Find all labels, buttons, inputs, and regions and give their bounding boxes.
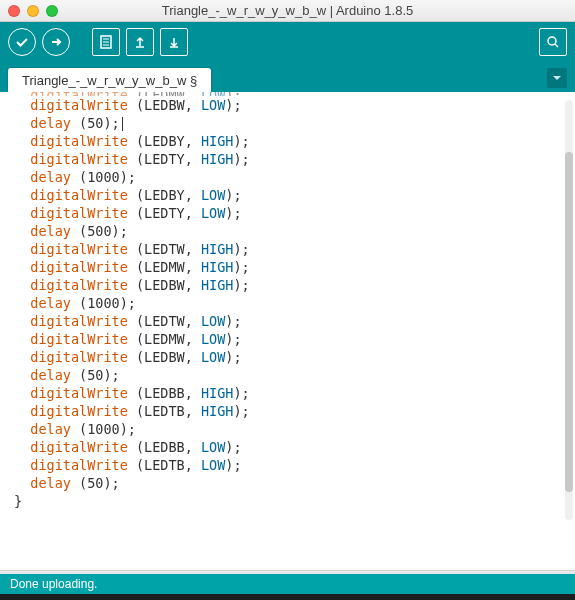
code-line: delay (1000); [14, 420, 565, 438]
code-line: digitalWrite (LEDMW, LOW); [14, 92, 565, 96]
code-editor[interactable]: digitalWrite (LEDMW, LOW); digitalWrite … [0, 92, 575, 570]
code-line: delay (50); [14, 114, 565, 132]
code-line: digitalWrite (LEDTB, HIGH); [14, 402, 565, 420]
toolbar [0, 22, 575, 62]
verify-button[interactable] [8, 28, 36, 56]
code-line: digitalWrite (LEDBW, HIGH); [14, 276, 565, 294]
code-line: delay (1000); [14, 294, 565, 312]
status-bar: Done uploading. [0, 574, 575, 594]
code-line: digitalWrite (LEDTY, LOW); [14, 204, 565, 222]
code-line: digitalWrite (LEDBB, LOW); [14, 438, 565, 456]
tab-main[interactable]: Triangle_-_w_r_w_y_w_b_w § [8, 68, 211, 92]
save-sketch-button[interactable] [160, 28, 188, 56]
upload-button[interactable] [42, 28, 70, 56]
zoom-window-button[interactable] [46, 5, 58, 17]
new-sketch-button[interactable] [92, 28, 120, 56]
editor-scrollbar-thumb[interactable] [565, 152, 573, 492]
code-line: digitalWrite (LEDBB, HIGH); [14, 384, 565, 402]
code-line: delay (1000); [14, 168, 565, 186]
code-line: delay (500); [14, 222, 565, 240]
window-title-bar: Triangle_-_w_r_w_y_w_b_w | Arduino 1.8.5 [0, 0, 575, 22]
code-line: digitalWrite (LEDTW, HIGH); [14, 240, 565, 258]
status-message: Done uploading. [10, 577, 97, 591]
svg-point-6 [548, 37, 556, 45]
tab-menu-button[interactable] [547, 68, 567, 88]
code-line: digitalWrite (LEDMW, LOW); [14, 330, 565, 348]
close-window-button[interactable] [8, 5, 20, 17]
tab-bar: Triangle_-_w_r_w_y_w_b_w § [0, 62, 575, 92]
code-line: digitalWrite (LEDTB, LOW); [14, 456, 565, 474]
svg-line-7 [555, 44, 558, 47]
traffic-lights [8, 5, 58, 17]
minimize-window-button[interactable] [27, 5, 39, 17]
console-area [0, 594, 575, 600]
code-line: } [14, 492, 565, 510]
serial-monitor-button[interactable] [539, 28, 567, 56]
code-line: digitalWrite (LEDBW, LOW); [14, 348, 565, 366]
code-line: digitalWrite (LEDBY, LOW); [14, 186, 565, 204]
code-line: digitalWrite (LEDBW, LOW); [14, 96, 565, 114]
code-line: digitalWrite (LEDTW, LOW); [14, 312, 565, 330]
code-line: digitalWrite (LEDBY, HIGH); [14, 132, 565, 150]
code-line: digitalWrite (LEDTY, HIGH); [14, 150, 565, 168]
code-line: delay (50); [14, 366, 565, 384]
open-sketch-button[interactable] [126, 28, 154, 56]
code-line: digitalWrite (LEDMW, HIGH); [14, 258, 565, 276]
window-title: Triangle_-_w_r_w_y_w_b_w | Arduino 1.8.5 [0, 3, 575, 18]
code-line: delay (50); [14, 474, 565, 492]
